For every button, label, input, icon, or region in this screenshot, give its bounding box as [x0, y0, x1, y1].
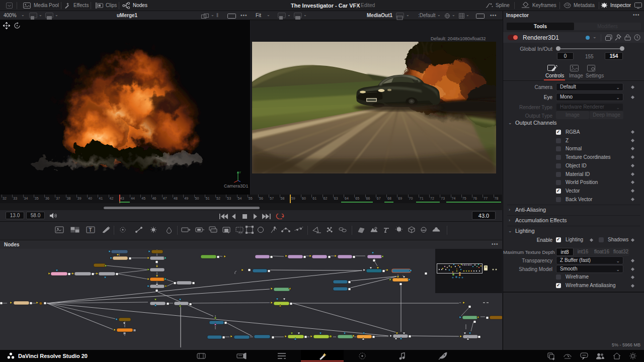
svg-text:T: T — [89, 227, 92, 233]
svg-text:Y: Y — [239, 171, 241, 174]
